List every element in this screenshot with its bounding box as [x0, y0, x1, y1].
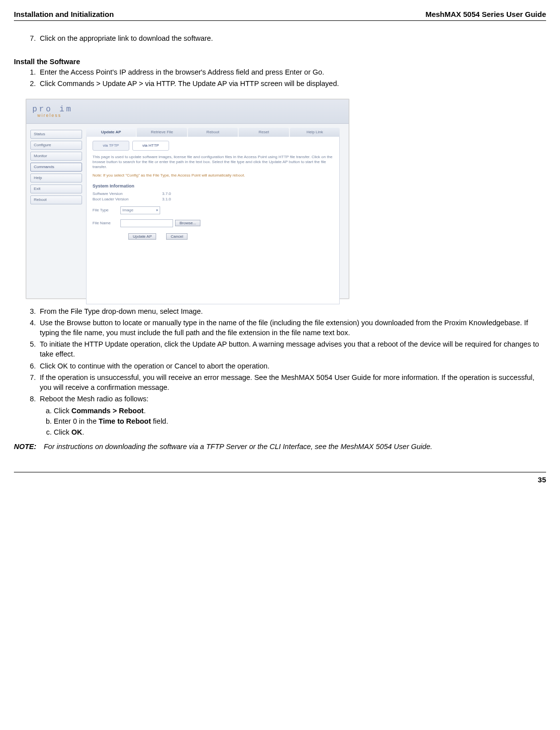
subtab-via-http[interactable]: via HTTP: [132, 141, 169, 151]
footer-rule: [14, 472, 546, 472]
file-name-label: File Name: [93, 221, 120, 225]
tab-help-link[interactable]: Help Link: [290, 128, 340, 137]
note-body: For instructions on downloading the soft…: [44, 442, 432, 452]
file-type-value: Image: [122, 208, 133, 212]
step-6: Click OK to continue with the operation …: [38, 362, 546, 371]
step-7: If the operation is unsuccessful, you wi…: [38, 373, 546, 392]
subtab-via-tftp[interactable]: via TFTP: [93, 141, 129, 151]
panel-warning: Note: If you select "Config" as the File…: [93, 173, 333, 178]
tab-reboot[interactable]: Reboot: [188, 128, 238, 137]
install-steps-list-b: From the File Type drop-down menu, selec…: [14, 307, 546, 438]
sidebar-help[interactable]: Help: [30, 174, 82, 182]
browse-button[interactable]: Browse...: [175, 220, 200, 226]
top-tabs: Update AP Retrieve File Reboot Reset Hel…: [86, 128, 340, 137]
file-name-input[interactable]: [120, 219, 173, 227]
note-block: NOTE: For instructions on downloading th…: [14, 442, 546, 452]
screenshot-sidebar: Status Configure Monitor Commands Help E…: [26, 124, 86, 299]
sidebar-exit[interactable]: Exit: [30, 184, 82, 193]
step-1: Enter the Access Point's IP address in t…: [38, 68, 546, 78]
cancel-button[interactable]: Cancel: [166, 233, 187, 240]
step-5: To initiate the HTTP Update operation, c…: [38, 340, 546, 359]
chevron-down-icon: [156, 208, 158, 212]
sidebar-monitor[interactable]: Monitor: [30, 152, 82, 161]
step-8c: Click OK.: [54, 428, 546, 438]
section-title: Install the Software: [14, 58, 546, 66]
system-info-heading: System Information: [93, 183, 333, 188]
file-type-label: File Type: [93, 208, 120, 212]
sidebar-status[interactable]: Status: [30, 130, 82, 139]
step-8b: Enter 0 in the Time to Reboot field.: [54, 417, 546, 427]
file-type-select[interactable]: Image: [120, 206, 160, 214]
tab-update-ap[interactable]: Update AP: [86, 128, 136, 137]
pre-section-list: Click on the appropriate link to downloa…: [14, 34, 546, 44]
panel-description: This page is used to update software ima…: [93, 155, 333, 170]
tab-reset[interactable]: Reset: [239, 128, 288, 137]
pre-step-7: Click on the appropriate link to downloa…: [38, 34, 546, 44]
page-number: 35: [14, 475, 546, 484]
step-4: Use the Browse button to locate or manua…: [38, 318, 546, 338]
header-left: Installation and Initialization: [14, 10, 114, 18]
install-steps-list-a: Enter the Access Point's IP address in t…: [14, 68, 546, 89]
logo-text: pro im: [32, 105, 73, 114]
panel: via TFTP via HTTP This page is used to u…: [86, 137, 340, 304]
step-8a: Click Commands > Reboot.: [54, 406, 546, 416]
sidebar-reboot[interactable]: Reboot: [30, 195, 82, 204]
bootloader-version-label: Boot Loader Version: [93, 197, 162, 201]
sidebar-configure[interactable]: Configure: [30, 141, 82, 150]
note-label: NOTE:: [14, 442, 44, 452]
update-ap-button[interactable]: Update AP: [128, 233, 156, 240]
software-version-value: 3.7.0: [162, 191, 171, 196]
screenshot-header: pro im wireless: [26, 99, 349, 124]
header-rule: [14, 20, 546, 21]
sidebar-commands[interactable]: Commands: [30, 163, 82, 172]
tab-retrieve-file[interactable]: Retrieve File: [137, 128, 187, 137]
step-8-text: Reboot the Mesh radio as follows:: [40, 395, 148, 403]
step-8-sublist: Click Commands > Reboot. Enter 0 in the …: [40, 406, 546, 438]
screenshot-update-ap: pro im wireless Status Configure Monitor…: [26, 99, 349, 299]
software-version-label: Software Version: [93, 191, 162, 196]
step-3: From the File Type drop-down menu, selec…: [38, 307, 546, 317]
step-2: Click Commands > Update AP > via HTTP. T…: [38, 79, 546, 89]
bootloader-version-value: 3.1.0: [162, 197, 171, 201]
step-8: Reboot the Mesh radio as follows: Click …: [38, 394, 546, 437]
header-right: MeshMAX 5054 Series User Guide: [425, 10, 546, 18]
